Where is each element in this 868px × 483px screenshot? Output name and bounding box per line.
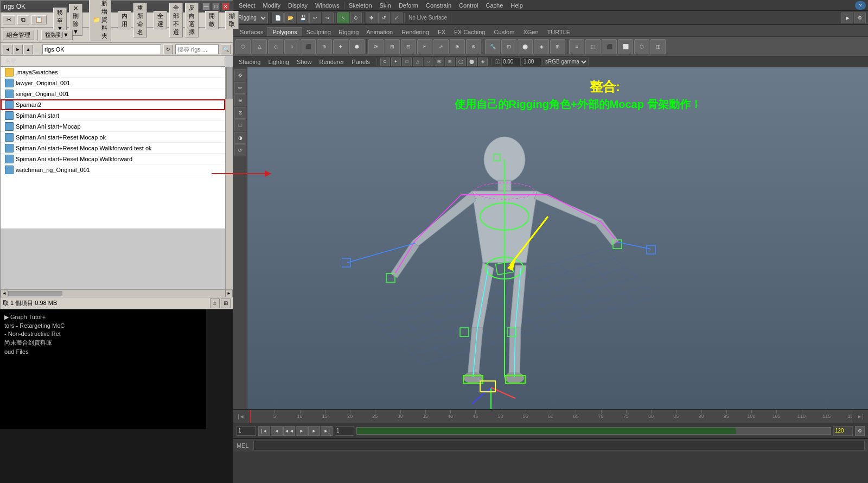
menu-control[interactable]: Control — [456, 2, 481, 9]
shelf-icon-7[interactable]: ✦ — [333, 39, 348, 54]
menu-cache[interactable]: Cache — [483, 2, 507, 9]
menu-skin[interactable]: Skin — [376, 2, 394, 9]
list-item[interactable]: watchman_rig_Original_001 — [1, 164, 225, 175]
rotate-tool-button[interactable]: ↺ — [378, 12, 390, 23]
cam-btn-3[interactable]: □ — [402, 58, 412, 66]
show-menu[interactable]: Show — [293, 58, 315, 66]
redo-button[interactable]: ↪ — [322, 12, 334, 23]
shelf-icon-21[interactable]: ≡ — [569, 39, 584, 54]
address-input[interactable] — [42, 45, 161, 54]
horizontal-scrollbar[interactable]: ◄ ► — [1, 289, 233, 297]
open-button[interactable]: 開啟 — [205, 11, 219, 29]
shelf-icon-6[interactable]: ⊕ — [317, 39, 332, 54]
properties-button[interactable]: 內用 — [118, 11, 131, 29]
menu-display[interactable]: Display — [285, 2, 311, 9]
menu-constrain[interactable]: Constrain — [423, 2, 455, 9]
copy-to-button[interactable]: 複製到▼ — [41, 30, 73, 40]
cam-btn-9[interactable]: ⬤ — [467, 58, 477, 66]
cam-btn-2[interactable]: ✦ — [391, 58, 401, 66]
new-folder-button[interactable]: 📁 新增資料夾 — [89, 0, 111, 41]
shelf-icon-12[interactable]: ✂ — [417, 39, 432, 54]
tab-rendering[interactable]: Rendering — [397, 28, 433, 36]
timeline-end-btn[interactable]: ►| — [852, 409, 868, 423]
list-item[interactable]: singer_Original_001 — [1, 88, 225, 99]
range-slider[interactable] — [356, 427, 831, 435]
vp-icon-7[interactable]: ⟳ — [234, 144, 246, 156]
scroll-right-button[interactable]: ► — [225, 290, 233, 297]
range-start-input[interactable] — [335, 426, 354, 436]
shelf-icon-9[interactable]: ⟳ — [368, 39, 384, 54]
vp-icon-1[interactable]: ✥ — [234, 69, 246, 81]
step-forward-button[interactable]: ► — [308, 426, 320, 436]
shelf-icon-22[interactable]: ⬚ — [585, 39, 601, 54]
close-button[interactable]: ✕ — [222, 3, 229, 10]
shelf-icon-4[interactable]: ○ — [284, 39, 299, 54]
cam-btn-6[interactable]: ⊞ — [435, 58, 444, 66]
search-button[interactable]: 🔍 — [221, 45, 231, 54]
shelf-icon-3[interactable]: ◇ — [268, 39, 283, 54]
take-button[interactable]: 擷取 — [225, 11, 239, 29]
shelf-icon-8[interactable]: ⬢ — [349, 39, 365, 54]
tab-turtle[interactable]: TURTLE — [543, 28, 575, 36]
tab-surfaces[interactable]: Surfaces — [235, 28, 267, 36]
paste-button[interactable]: 📋 — [31, 15, 47, 24]
cam-btn-10[interactable]: ◈ — [478, 58, 488, 66]
vp-icon-4[interactable]: ⧖ — [234, 107, 246, 119]
cam-btn-8[interactable]: ◯ — [456, 58, 466, 66]
shelf-icon-11[interactable]: ⊟ — [401, 39, 416, 54]
prev-keyframe-button[interactable]: |◄ — [258, 426, 270, 436]
undo-button[interactable]: ↩ — [309, 12, 321, 23]
cam-value-2-input[interactable] — [522, 58, 541, 66]
list-item[interactable]: Spiman Ani start+Reset Mocap ok — [1, 132, 225, 143]
cam-value-1-input[interactable] — [501, 58, 521, 66]
panels-menu[interactable]: Panels — [348, 58, 373, 66]
list-item[interactable]: .mayaSwatches — [1, 67, 225, 78]
shelf-icon-15[interactable]: ⊛ — [466, 39, 481, 54]
tab-animation[interactable]: Animation — [362, 28, 397, 36]
organize-button[interactable]: 組合管理 — [3, 30, 34, 40]
shelf-icon-16[interactable]: 🔧 — [485, 39, 500, 54]
menu-select[interactable]: Select — [235, 2, 259, 9]
nav-forward-button[interactable]: ► — [13, 45, 23, 54]
render-settings-button[interactable]: ⚙ — [854, 12, 866, 23]
color-profile-select[interactable]: sRGB gamma — [542, 58, 589, 66]
move-to-button[interactable]: 移至▼ — [53, 8, 67, 33]
list-item[interactable]: Spiman Ani start+Mocap — [1, 121, 225, 132]
shelf-icon-14[interactable]: ⊗ — [450, 39, 465, 54]
shelf-icon-5[interactable]: ⬛ — [301, 39, 316, 54]
range-end-input[interactable] — [833, 426, 853, 436]
vp-icon-3[interactable]: ⊕ — [234, 94, 246, 106]
scrollbar-thumb[interactable] — [226, 67, 233, 99]
list-item[interactable]: Spiman Ani start+Reset Mocap Walkforward… — [1, 143, 225, 154]
tab-fx-caching[interactable]: FX Caching — [450, 28, 489, 36]
play-back-button[interactable]: ◄◄ — [283, 426, 295, 436]
search-input[interactable] — [175, 45, 219, 54]
minimize-button[interactable]: — — [202, 3, 210, 10]
vp-icon-2[interactable]: ✏ — [234, 82, 246, 94]
shelf-icon-23[interactable]: ⬛ — [602, 39, 617, 54]
shelf-icon-20[interactable]: ⊞ — [550, 39, 565, 54]
play-button[interactable]: ► — [296, 426, 308, 436]
cam-btn-7[interactable]: ⊟ — [445, 58, 455, 66]
nav-up-button[interactable]: ▲ — [23, 45, 33, 54]
shelf-icon-2[interactable]: △ — [252, 39, 267, 54]
open-scene-button[interactable]: 📂 — [284, 12, 296, 23]
render-button[interactable]: ▶ — [841, 12, 853, 23]
tab-polygons[interactable]: Polygons — [267, 27, 302, 36]
cam-btn-5[interactable]: ○ — [424, 58, 433, 66]
mode-selector[interactable]: Rigging — [235, 12, 268, 23]
maximize-button[interactable]: □ — [212, 3, 220, 10]
cam-btn-4[interactable]: △ — [413, 58, 423, 66]
list-item[interactable]: Spiman Ani start — [1, 110, 225, 121]
tab-xgen[interactable]: XGen — [519, 28, 542, 36]
refresh-button[interactable]: ↻ — [163, 45, 173, 54]
scroll-thumb[interactable] — [8, 291, 62, 296]
mel-input[interactable] — [253, 441, 865, 450]
help-icon-button[interactable]: ? — [855, 1, 866, 10]
shelf-icon-19[interactable]: ◈ — [534, 39, 549, 54]
menu-windows[interactable]: Windows — [312, 2, 343, 9]
view-details-button[interactable]: ≡ — [210, 298, 220, 308]
select-all-button[interactable]: 全選 — [154, 11, 167, 29]
shading-menu[interactable]: Shading — [235, 58, 264, 66]
tab-rigging[interactable]: Rigging — [335, 28, 362, 36]
